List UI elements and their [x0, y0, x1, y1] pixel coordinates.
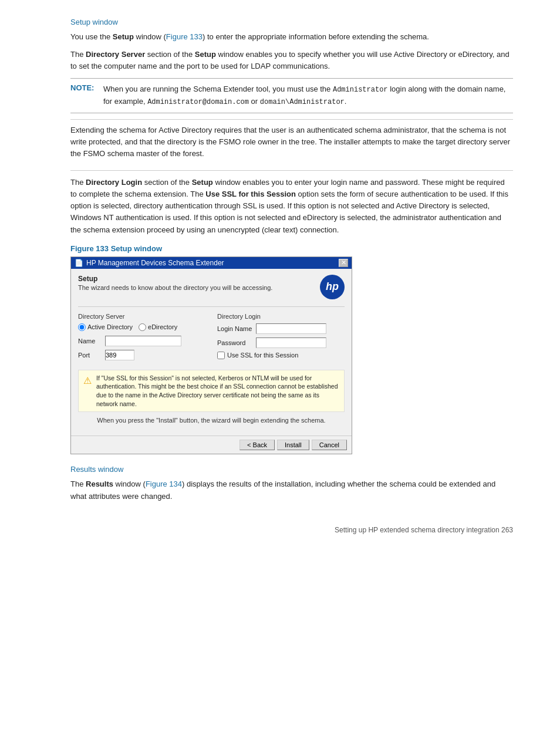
login-name-input[interactable]: [256, 323, 326, 334]
note-box: NOTE: When you are running the Schema Ex…: [70, 78, 513, 113]
setup-window-heading: Setup window: [70, 18, 513, 26]
name-label: Name: [78, 337, 102, 345]
dialog-logo: hp: [320, 275, 345, 299]
dialog-titlebar: 📄 HP Management Devices Schema Extender …: [71, 257, 352, 269]
password-row: Password: [217, 337, 345, 348]
radio-active-directory-label: Active Directory: [87, 323, 133, 330]
name-field-row: Name: [78, 336, 205, 346]
back-button[interactable]: < Back: [239, 440, 275, 450]
page-footer: Setting up HP extended schema directory …: [70, 526, 513, 534]
radio-edirectory[interactable]: eDirectory: [139, 323, 177, 331]
setup-para1-before: You use the: [70, 32, 113, 41]
figure-133-link[interactable]: Figure 133: [166, 32, 203, 41]
setup-para1-after-before-link: window (: [134, 32, 166, 41]
dialog-top-row: Setup The wizard needs to know about the…: [78, 275, 345, 299]
setup-para1-bold: Setup: [113, 32, 134, 41]
dialog-subtitle: The wizard needs to know about the direc…: [78, 284, 320, 291]
setup-para1-after: ) to enter the appropriate information b…: [203, 32, 429, 41]
figure-133-caption: Figure 133 Setup window: [70, 244, 513, 253]
figure-134-link[interactable]: Figure 134: [146, 480, 182, 488]
radio-row: Active Directory eDirectory: [78, 323, 205, 331]
dialog-warning: ⚠ If "Use SSL for this Session" is not s…: [78, 370, 345, 413]
warning-text: If "Use SSL for this Session" is not sel…: [96, 374, 339, 409]
note-label: NOTE:: [70, 83, 99, 92]
dir-server-label: Directory Server: [78, 313, 205, 320]
ssl-row[interactable]: Use SSL for this Session: [217, 352, 345, 359]
dir-login-column: Directory Login Login Name Password Use …: [217, 313, 345, 364]
dialog-titlebar-title: 📄 HP Management Devices Schema Extender: [75, 259, 224, 267]
radio-active-directory[interactable]: Active Directory: [78, 323, 133, 331]
dialog-top-left: Setup The wizard needs to know about the…: [78, 275, 320, 297]
ssl-label: Use SSL for this Session: [227, 352, 298, 359]
warning-box: Extending the schema for Active Director…: [70, 119, 513, 171]
dialog-section-header: Setup: [78, 275, 320, 283]
password-input[interactable]: [256, 337, 326, 348]
setup-dialog: 📄 HP Management Devices Schema Extender …: [70, 256, 352, 455]
radio-edirectory-input[interactable]: [139, 323, 146, 331]
warning-icon: ⚠: [83, 374, 92, 387]
dir-login-label: Directory Login: [217, 313, 345, 320]
dialog-buttons: < Back Install Cancel: [71, 436, 352, 454]
dialog-icon: 📄: [75, 259, 83, 267]
dir-server-column: Directory Server Active Directory eDirec…: [78, 313, 205, 364]
install-button[interactable]: Install: [277, 440, 309, 450]
dialog-close-button[interactable]: ✕: [339, 259, 348, 267]
dialog-divider: [78, 306, 345, 307]
dialog-columns: Directory Server Active Directory eDirec…: [78, 313, 345, 364]
port-field-row: Port: [78, 350, 205, 360]
results-para: The Results window (Figure 134) displays…: [70, 478, 513, 502]
setup-para1: You use the Setup window (Figure 133) to…: [70, 31, 513, 43]
setup-para3: The Directory Login section of the Setup…: [70, 177, 513, 236]
results-window-heading: Results window: [70, 465, 513, 474]
install-note: When you press the "Install" button, the…: [78, 417, 345, 424]
dialog-title-text: HP Management Devices Schema Extender: [86, 259, 224, 267]
port-label: Port: [78, 352, 102, 359]
dialog-body: Setup The wizard needs to know about the…: [71, 269, 352, 436]
name-input[interactable]: [105, 336, 181, 346]
port-input[interactable]: [105, 350, 134, 360]
warn-para: Extending the schema for Active Director…: [70, 124, 513, 160]
setup-para2: The Directory Server section of the Setu…: [70, 49, 513, 72]
cancel-button[interactable]: Cancel: [312, 440, 347, 450]
ssl-checkbox[interactable]: [217, 352, 225, 359]
password-label: Password: [217, 339, 252, 346]
login-name-label: Login Name: [217, 325, 252, 332]
login-name-row: Login Name: [217, 323, 345, 334]
note-text: When you are running the Schema Extender…: [103, 83, 513, 107]
radio-edirectory-label: eDirectory: [148, 323, 177, 330]
footer-text: Setting up HP extended schema directory …: [335, 526, 513, 534]
radio-active-directory-input[interactable]: [78, 323, 86, 331]
